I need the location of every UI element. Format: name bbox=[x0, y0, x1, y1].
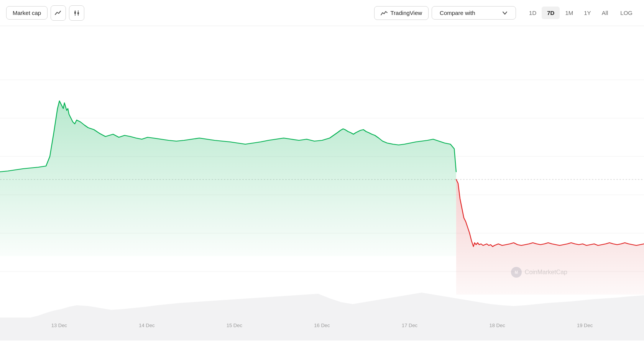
compare-with-button[interactable]: Compare with bbox=[432, 6, 516, 20]
x-label-1: 14 Dec bbox=[139, 323, 154, 328]
cmc-logo-icon: M bbox=[511, 267, 522, 278]
x-axis-labels: 13 Dec 14 Dec 15 Dec 16 Dec 17 Dec 18 De… bbox=[0, 323, 644, 328]
candlestick-button[interactable] bbox=[69, 5, 84, 21]
toolbar: Market cap TradingView Compare with 1D 7… bbox=[0, 0, 644, 26]
svg-text:M: M bbox=[515, 270, 518, 275]
svg-rect-1 bbox=[74, 12, 76, 14]
x-label-2: 15 Dec bbox=[227, 323, 242, 328]
log-button[interactable]: LOG bbox=[615, 7, 638, 19]
svg-rect-3 bbox=[77, 12, 79, 14]
period-all-button[interactable]: All bbox=[596, 7, 614, 19]
x-label-4: 17 Dec bbox=[402, 323, 417, 328]
watermark: M CoinMarketCap bbox=[511, 267, 567, 278]
tradingview-label: TradingView bbox=[391, 10, 422, 16]
tradingview-button[interactable]: TradingView bbox=[374, 6, 429, 20]
x-label-3: 16 Dec bbox=[314, 323, 330, 328]
watermark-text: CoinMarketCap bbox=[525, 269, 567, 276]
x-label-0: 13 Dec bbox=[51, 323, 67, 328]
chart-area: M CoinMarketCap 13 Dec 14 Dec 15 Dec 16 … bbox=[0, 26, 644, 362]
period-selector: 1D 7D 1M 1Y All LOG bbox=[524, 7, 638, 19]
tradingview-icon bbox=[381, 10, 388, 16]
compare-with-label: Compare with bbox=[440, 10, 475, 16]
market-cap-button[interactable]: Market cap bbox=[6, 6, 48, 20]
x-label-6: 19 Dec bbox=[577, 323, 593, 328]
period-1d-button[interactable]: 1D bbox=[524, 7, 542, 19]
line-chart-button[interactable] bbox=[51, 5, 66, 21]
candlestick-icon bbox=[73, 10, 80, 16]
line-chart-icon bbox=[55, 10, 62, 16]
market-cap-label: Market cap bbox=[13, 10, 41, 16]
x-label-5: 18 Dec bbox=[489, 323, 505, 328]
period-1y-button[interactable]: 1Y bbox=[578, 7, 596, 19]
main-chart-svg bbox=[0, 26, 644, 362]
period-7d-button[interactable]: 7D bbox=[542, 7, 560, 19]
period-1m-button[interactable]: 1M bbox=[560, 7, 578, 19]
chevron-down-icon bbox=[502, 10, 508, 16]
